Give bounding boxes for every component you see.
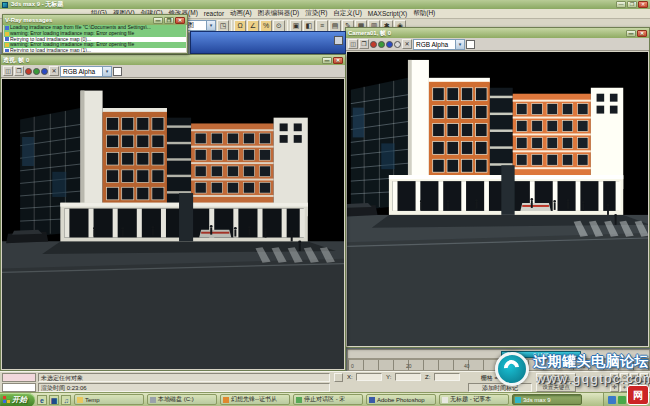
info-icon [5, 26, 9, 30]
close-icon[interactable]: ✕ [333, 57, 343, 64]
vray-messages-list: Loading irradiance map from file "C:\Doc… [4, 25, 186, 52]
add-time-tag[interactable]: 添加时间标记 [468, 383, 532, 392]
menu-rendering[interactable]: 渲染(R) [305, 9, 327, 18]
time-slider-handle[interactable]: 0 / 100 [501, 351, 581, 358]
tray-icon[interactable] [618, 396, 626, 404]
start-button[interactable]: 开始 [0, 393, 35, 406]
taskbar-item-game[interactable]: 幻想先锋--证书从 [220, 394, 290, 405]
render-canvas-left[interactable] [2, 79, 344, 369]
taskbar-item-temp[interactable]: Temp [74, 394, 144, 405]
quicklaunch-ie-icon[interactable]: e [37, 395, 47, 405]
track-bar[interactable]: 0 20 40 60 80 100 [347, 359, 650, 371]
red-channel-icon[interactable] [370, 41, 377, 48]
info-icon [5, 49, 9, 52]
maximize-button[interactable]: ❐ [164, 17, 174, 24]
z-coordinate-label: Z: [425, 374, 430, 380]
quicklaunch-desktop-icon[interactable]: ▦ [49, 395, 59, 405]
minimize-button[interactable]: — [626, 30, 636, 37]
taskbar-item-chat[interactable]: 停止对话区 - 宋 [293, 394, 363, 405]
clear-icon[interactable]: ✕ [49, 66, 59, 76]
taskbar-item-disk[interactable]: 本地磁盘 (C:) [147, 394, 217, 405]
spinner-snap-icon[interactable]: ⊙ [273, 20, 285, 32]
menu-help[interactable]: 帮助(H) [413, 9, 435, 18]
render-window-title: Camera01, 帧 0 [348, 29, 391, 38]
layer-manager-icon[interactable]: ▤ [329, 20, 341, 32]
percent-snap-icon[interactable]: % [260, 20, 272, 32]
z-coordinate-input[interactable] [434, 373, 460, 381]
clone-window-icon[interactable]: ❐ [359, 39, 369, 49]
window-button[interactable] [334, 36, 343, 45]
save-image-icon[interactable]: ◫ [3, 66, 13, 76]
background-color-swatch[interactable] [113, 67, 122, 76]
windows-flag-icon [3, 396, 10, 403]
3dsmax-icon [515, 397, 521, 403]
green-channel-icon[interactable] [33, 68, 40, 75]
zoom-all-icon[interactable]: ⊙ [620, 373, 629, 382]
minimize-button[interactable]: — [616, 1, 626, 8]
menu-graph-editors[interactable]: 图表编辑器(D) [258, 9, 300, 18]
maxscript-mini-listener-white[interactable] [2, 383, 36, 392]
orbit-icon[interactable]: ↺ [640, 373, 649, 382]
taskbar-item-photoshop[interactable]: Adobe Photoshop [366, 394, 436, 405]
pivot-center-icon[interactable]: ◳ [217, 20, 229, 32]
menu-reactor[interactable]: reactor [204, 10, 224, 17]
blue-channel-icon[interactable] [41, 68, 48, 75]
taskbar-item-3dsmax[interactable]: 3ds max 9 [512, 394, 582, 405]
vray-messages-titlebar[interactable]: V-Ray messages — ❐ ✕ [3, 15, 187, 25]
snap-toggle-icon[interactable]: Ω [234, 20, 246, 32]
photoshop-icon [369, 397, 375, 403]
quicklaunch-media-icon[interactable]: ♫ [61, 395, 71, 405]
minimize-button[interactable]: — [153, 17, 163, 24]
set-key-button[interactable]: 设置关键点 [536, 383, 576, 392]
close-button[interactable]: ✕ [638, 1, 648, 8]
render-canvas-right[interactable] [347, 52, 648, 346]
close-icon[interactable]: ✕ [637, 30, 647, 37]
render-window-right: Camera01, 帧 0 — ✕ ◫ ❐ ✕ RGB Alpha ▾ [345, 27, 650, 348]
red-channel-icon[interactable] [25, 68, 32, 75]
log-line: Retrying to load irradiance map (1)... [4, 48, 186, 52]
channel-display-dropdown[interactable]: RGB Alpha ▾ [60, 66, 112, 77]
maxscript-mini-listener-pink[interactable] [2, 373, 36, 382]
toolbar-separator [231, 20, 232, 31]
render-window-titlebar[interactable]: 透视, 帧 0 — ✕ [1, 55, 345, 65]
app-titlebar[interactable]: 3ds max 9 - 无标题 — ❐ ✕ [0, 0, 650, 9]
menu-customize[interactable]: 自定义(U) [333, 9, 362, 18]
restore-button[interactable]: ❐ [627, 1, 637, 8]
lock-selection-toggle[interactable] [334, 373, 343, 382]
menu-animation[interactable]: 动画(A) [230, 9, 252, 18]
status-bar: 未选定任何对象 渲染时间 0:23:06 X: Y: Z: 栅格 = 10.0c… [0, 371, 650, 392]
tick-label: 20 [406, 363, 412, 369]
render-window-titlebar[interactable]: Camera01, 帧 0 — ✕ [346, 28, 649, 38]
menu-maxscript[interactable]: MAXScript(X) [368, 10, 407, 17]
close-icon[interactable]: ✕ [175, 17, 185, 24]
render-window-title: 透视, 帧 0 [3, 56, 29, 65]
pan-icon[interactable]: ✛ [610, 383, 619, 392]
minimize-button[interactable]: — [322, 57, 332, 64]
x-coordinate-input[interactable] [356, 373, 382, 381]
save-image-icon[interactable]: ◫ [348, 39, 358, 49]
blue-channel-icon[interactable] [386, 41, 393, 48]
alpha-channel-icon[interactable] [394, 41, 401, 48]
tray-icon[interactable] [608, 396, 616, 404]
warning-icon [5, 43, 9, 47]
align-icon[interactable]: ≡ [316, 20, 328, 32]
zoom-extents-icon[interactable]: ⊞ [630, 373, 639, 382]
background-window-titlebar[interactable] [190, 31, 346, 54]
named-selection-icon[interactable]: ▣ [290, 20, 302, 32]
auto-key-button[interactable]: 自动关键点 [536, 373, 576, 382]
green-channel-icon[interactable] [378, 41, 385, 48]
zoom-icon[interactable]: ⊕ [610, 373, 619, 382]
tick-label: 0 [351, 363, 354, 369]
channel-display-dropdown[interactable]: RGB Alpha ▾ [413, 39, 465, 50]
angle-snap-icon[interactable]: ∠ [247, 20, 259, 32]
clear-icon[interactable]: ✕ [402, 39, 412, 49]
background-color-swatch[interactable] [466, 40, 475, 49]
chevron-down-icon: ▾ [102, 67, 111, 76]
taskbar-item-notepad[interactable]: 无标题 - 记事本 [439, 394, 509, 405]
y-coordinate-input[interactable] [395, 373, 421, 381]
time-slider[interactable]: 0 / 100 [347, 349, 650, 359]
warning-icon [5, 32, 9, 36]
tick-label: 80 [580, 363, 586, 369]
clone-window-icon[interactable]: ❐ [14, 66, 24, 76]
mirror-icon[interactable]: ◧ [303, 20, 315, 32]
